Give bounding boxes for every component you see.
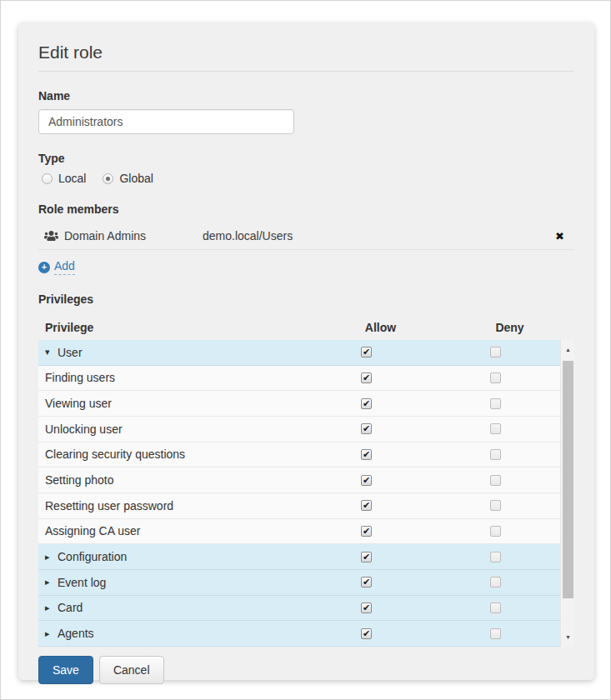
privilege-cell: ▸Configuration: [38, 550, 302, 563]
allow-checkbox[interactable]: ✔: [361, 500, 372, 511]
table-row[interactable]: Finding users✔: [38, 366, 560, 392]
allow-checkbox-cell: ✔: [302, 526, 431, 537]
privilege-label: Assigning CA user: [45, 524, 140, 538]
deny-checkbox[interactable]: [490, 577, 501, 588]
type-radio-global[interactable]: Global: [103, 172, 153, 185]
scroll-down-button[interactable]: ▼: [561, 630, 575, 644]
deny-checkbox-cell: [431, 628, 560, 639]
privilege-cell: ▸Event log: [38, 576, 302, 589]
save-button[interactable]: Save: [38, 656, 93, 684]
allow-checkbox-cell: ✔: [302, 398, 431, 409]
member-location: demo.local/Users: [203, 229, 550, 242]
privilege-cell: Finding users: [38, 371, 302, 384]
deny-checkbox[interactable]: [490, 372, 501, 383]
chevron-down-icon[interactable]: ▾: [45, 347, 53, 358]
role-name-input[interactable]: [38, 109, 294, 134]
deny-checkbox[interactable]: [490, 552, 501, 562]
chevron-right-icon[interactable]: ▸: [45, 577, 53, 588]
radio-label: Local: [58, 172, 86, 185]
deny-checkbox-cell: [431, 398, 560, 409]
privilege-label: User: [58, 346, 83, 359]
add-member-button[interactable]: + Add: [38, 259, 75, 275]
allow-checkbox[interactable]: ✔: [361, 552, 372, 562]
allow-checkbox[interactable]: ✔: [361, 602, 372, 613]
allow-checkbox[interactable]: ✔: [361, 423, 372, 434]
scroll-thumb[interactable]: [563, 361, 573, 598]
privileges-table-header: Privilege Allow Deny: [38, 318, 574, 338]
type-label: Type: [38, 152, 574, 165]
table-row[interactable]: ▸Event log✔: [38, 570, 560, 596]
privilege-cell: ▸Agents: [38, 627, 302, 640]
allow-checkbox-cell: ✔: [302, 475, 431, 486]
deny-checkbox[interactable]: [490, 475, 501, 486]
privilege-cell: Unlocking user: [38, 422, 302, 436]
allow-checkbox[interactable]: ✔: [361, 347, 372, 358]
privileges-label: Privileges: [38, 292, 574, 306]
privilege-cell: Viewing user: [38, 397, 302, 410]
allow-checkbox-cell: ✔: [302, 628, 431, 639]
radio-icon[interactable]: [103, 173, 113, 184]
allow-checkbox-cell: ✔: [302, 347, 431, 358]
allow-checkbox[interactable]: ✔: [361, 372, 372, 383]
allow-checkbox[interactable]: ✔: [361, 577, 372, 588]
chevron-right-icon[interactable]: ▸: [45, 628, 53, 639]
deny-checkbox-cell: [431, 526, 560, 537]
allow-checkbox-cell: ✔: [302, 500, 431, 511]
role-members-label: Role members: [38, 202, 574, 216]
allow-checkbox-cell: ✔: [302, 602, 431, 613]
deny-checkbox[interactable]: [490, 449, 501, 460]
deny-checkbox[interactable]: [490, 526, 501, 537]
scrollbar[interactable]: ▲ ▼: [560, 340, 574, 647]
remove-member-icon[interactable]: ✖: [550, 231, 569, 242]
deny-checkbox[interactable]: [490, 602, 501, 613]
privilege-label: Card: [58, 601, 83, 614]
table-row[interactable]: Clearing security questions✔: [38, 442, 560, 468]
column-header-allow: Allow: [316, 321, 445, 334]
deny-checkbox[interactable]: [490, 500, 501, 511]
deny-checkbox-cell: [431, 475, 560, 486]
privilege-cell: ▾User: [38, 346, 302, 359]
type-radio-group: LocalGlobal: [42, 172, 574, 185]
column-header-privilege: Privilege: [38, 321, 316, 334]
privilege-cell: ▸Card: [38, 601, 302, 614]
cancel-button[interactable]: Cancel: [99, 656, 164, 684]
allow-checkbox[interactable]: ✔: [361, 449, 372, 460]
add-member-label: Add: [54, 259, 75, 275]
privileges-table: ▾User✔Finding users✔Viewing user✔Unlocki…: [38, 340, 574, 647]
allow-checkbox[interactable]: ✔: [361, 628, 372, 639]
table-row[interactable]: ▸Agents✔: [38, 621, 560, 647]
title-divider: [38, 71, 574, 72]
deny-checkbox-cell: [431, 372, 560, 383]
deny-checkbox[interactable]: [490, 423, 501, 434]
deny-checkbox-cell: [431, 577, 560, 588]
allow-checkbox-cell: ✔: [302, 372, 431, 383]
privilege-label: Resetting user password: [45, 499, 173, 512]
table-row[interactable]: Viewing user✔: [38, 391, 560, 417]
privilege-cell: Clearing security questions: [38, 448, 302, 461]
allow-checkbox[interactable]: ✔: [361, 526, 372, 537]
scroll-up-button[interactable]: ▲: [561, 342, 575, 357]
deny-checkbox[interactable]: [490, 398, 501, 409]
table-row[interactable]: Unlocking user✔: [38, 417, 560, 442]
window: Edit role Name Type LocalGlobal Role mem…: [0, 0, 611, 700]
table-row[interactable]: ▸Configuration✔: [38, 544, 560, 570]
deny-checkbox-cell: [431, 552, 560, 562]
radio-icon[interactable]: [42, 173, 53, 184]
table-row[interactable]: ▾User✔: [38, 340, 560, 366]
table-row[interactable]: ▸Card✔: [38, 596, 560, 622]
allow-checkbox[interactable]: ✔: [361, 398, 372, 409]
deny-checkbox[interactable]: [490, 628, 501, 639]
type-radio-local[interactable]: Local: [42, 172, 86, 185]
chevron-right-icon[interactable]: ▸: [45, 552, 53, 562]
table-row[interactable]: Setting photo✔: [38, 468, 560, 493]
privilege-cell: Assigning CA user: [38, 524, 302, 538]
table-row[interactable]: Assigning CA user✔: [38, 519, 560, 545]
users-icon: [44, 230, 58, 242]
deny-checkbox-cell: [431, 449, 560, 460]
table-row[interactable]: Resetting user password✔: [38, 493, 560, 519]
chevron-right-icon[interactable]: ▸: [45, 602, 53, 613]
deny-checkbox[interactable]: [490, 347, 501, 358]
allow-checkbox[interactable]: ✔: [361, 475, 372, 486]
privilege-label: Finding users: [45, 371, 115, 384]
deny-checkbox-cell: [431, 347, 560, 358]
